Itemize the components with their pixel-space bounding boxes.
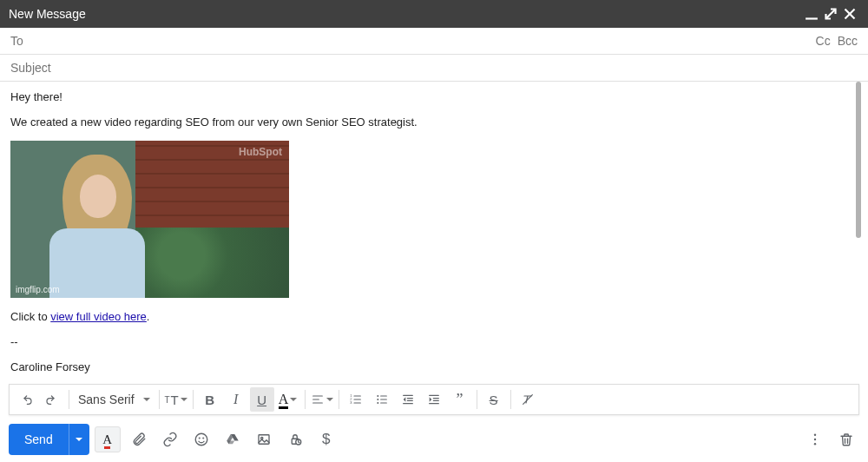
body-line1: We created a new video regarding SEO fro…	[10, 116, 851, 129]
send-button[interactable]: Send	[9, 424, 69, 455]
svg-rect-30	[259, 435, 269, 445]
subject-input[interactable]	[10, 61, 858, 75]
remove-formatting-button[interactable]	[516, 387, 540, 412]
cc-button[interactable]: Cc	[816, 34, 831, 48]
insert-link-button[interactable]	[157, 426, 183, 452]
svg-point-28	[199, 438, 200, 439]
italic-button[interactable]: I	[224, 387, 248, 412]
caret-down-icon	[326, 398, 333, 401]
svg-point-27	[195, 433, 207, 446]
minimize-button[interactable]	[802, 4, 821, 23]
redo-button[interactable]	[40, 387, 64, 412]
bulleted-list-button[interactable]	[370, 387, 394, 412]
align-button[interactable]	[310, 387, 334, 412]
attach-file-button[interactable]	[126, 426, 152, 452]
body-cta: Click to view full video here.	[10, 310, 851, 323]
font-size-button[interactable]: TT	[164, 387, 188, 412]
text-color-button[interactable]: A	[276, 387, 300, 412]
svg-point-29	[203, 438, 204, 439]
bold-button[interactable]: B	[198, 387, 222, 412]
compose-bottom-bar: Send A $	[0, 420, 868, 462]
more-options-button[interactable]	[802, 426, 828, 452]
insert-drive-button[interactable]	[220, 426, 246, 452]
insert-photo-button[interactable]	[251, 426, 277, 452]
message-body[interactable]: Hey there! We created a new video regard…	[0, 82, 868, 384]
insert-money-button[interactable]: $	[313, 426, 339, 452]
strikethrough-button[interactable]: S	[482, 387, 506, 412]
svg-point-31	[260, 437, 262, 439]
thumbnail-watermark-top: HubSpot	[239, 146, 282, 158]
undo-button[interactable]	[14, 387, 38, 412]
video-thumbnail[interactable]: HubSpot imgflip.com	[10, 141, 289, 298]
formatting-options-button[interactable]: A	[95, 426, 121, 452]
caret-down-icon	[181, 398, 187, 401]
subject-row[interactable]	[0, 55, 868, 82]
close-button[interactable]	[840, 4, 859, 23]
svg-point-36	[814, 443, 816, 445]
svg-point-13	[377, 399, 378, 400]
signature-name: Caroline Forsey	[10, 360, 851, 373]
body-greeting: Hey there!	[10, 90, 851, 103]
view-full-video-link[interactable]: view full video here	[50, 310, 147, 323]
discard-draft-button[interactable]	[833, 426, 859, 452]
to-label: To	[10, 34, 23, 48]
svg-point-35	[814, 439, 816, 440]
indent-less-button[interactable]	[396, 387, 420, 412]
compose-title: New Message	[9, 7, 86, 21]
indent-more-button[interactable]	[422, 387, 446, 412]
to-input[interactable]	[30, 34, 809, 48]
signature-separator: --	[10, 335, 851, 348]
formatting-toolbar: Sans Serif TT B I U A 123 ” S	[9, 384, 859, 415]
quote-button[interactable]: ”	[448, 387, 472, 412]
font-family-select[interactable]: Sans Serif	[73, 393, 155, 406]
svg-point-12	[377, 395, 378, 397]
recipients-row[interactable]: To Cc Bcc	[0, 28, 868, 55]
caret-down-icon	[143, 398, 150, 401]
svg-point-14	[377, 402, 378, 404]
insert-emoji-button[interactable]	[188, 426, 214, 452]
svg-text:3: 3	[350, 400, 352, 405]
underline-button[interactable]: U	[250, 387, 274, 412]
compose-titlebar: New Message	[0, 0, 868, 28]
caret-down-icon	[290, 398, 297, 401]
scrollbar[interactable]	[856, 82, 861, 238]
thumbnail-watermark-bottom: imgflip.com	[16, 285, 60, 294]
svg-point-34	[814, 434, 816, 436]
popout-button[interactable]	[821, 4, 840, 23]
caret-down-icon	[76, 438, 82, 441]
confidential-mode-button[interactable]	[282, 426, 308, 452]
numbered-list-button[interactable]: 123	[344, 387, 368, 412]
bcc-button[interactable]: Bcc	[838, 34, 858, 48]
send-options-button[interactable]	[69, 424, 89, 455]
